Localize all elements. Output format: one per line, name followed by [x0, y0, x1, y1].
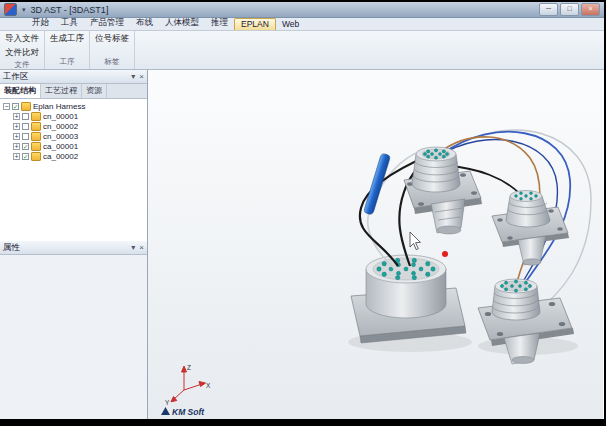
tree-children: + cn_00001 + cn_00002 +	[0, 111, 147, 161]
tab-process[interactable]: 工艺过程	[41, 84, 82, 98]
tree-row: + cn_00002	[0, 121, 147, 131]
check-glyph: ✓	[23, 143, 28, 150]
pin-icon[interactable]: ▾	[131, 71, 135, 83]
tree-row: + ✓ ca_00001	[0, 141, 147, 151]
close-icon[interactable]: ×	[139, 242, 144, 254]
folder-icon	[31, 142, 41, 151]
expand-icon[interactable]: +	[13, 153, 20, 160]
tab-human-model[interactable]: 人体模型	[159, 17, 205, 30]
tree-item-label[interactable]: ca_00002	[43, 152, 78, 161]
tab-assembly-structure[interactable]: 装配结构	[0, 84, 41, 98]
folder-icon	[31, 132, 41, 141]
tree-item-label[interactable]: cn_00003	[43, 132, 78, 141]
tree-root-row: − ✓ Eplan Harness	[0, 101, 147, 111]
workspace-panel-header: 工作区 ▾ ×	[0, 70, 147, 84]
quick-access-dropdown-icon[interactable]: ▾	[22, 4, 26, 15]
properties-panel: 属性 ▾ ×	[0, 241, 147, 419]
tab-routing[interactable]: 布线	[130, 17, 159, 30]
window-title: 3D AST - [3DAST1]	[31, 5, 109, 15]
app-window: ▾ 3D AST - [3DAST1] ─ □ × 开始 工具 产品管理 布线 …	[0, 2, 604, 419]
ribbon-group-caption-label: 标签	[93, 57, 131, 69]
workspace-tabs: 装配结构 工艺过程 资源	[0, 84, 147, 99]
properties-panel-header: 属性 ▾ ×	[0, 241, 147, 255]
import-file-button[interactable]: 导入文件	[3, 32, 41, 46]
expand-icon[interactable]: +	[13, 113, 20, 120]
maximize-button[interactable]: □	[560, 3, 579, 16]
ribbon: 导入文件 文件比对 文件 生成工序 工序 位号标签 标签	[0, 31, 604, 70]
ribbon-tab-bar: 开始 工具 产品管理 布线 人体模型 推理 EPLAN Web	[0, 18, 604, 31]
ribbon-group-process: 生成工序 工序	[45, 31, 90, 69]
3d-viewport-canvas[interactable]: Z X Y KM Soft	[148, 70, 603, 419]
assembly-tree: − ✓ Eplan Harness + cn_00001 +	[0, 99, 147, 241]
viewport: Z X Y KM Soft	[148, 70, 604, 419]
tree-root-label[interactable]: Eplan Harness	[33, 102, 85, 111]
tree-row: + ✓ ca_00002	[0, 151, 147, 161]
check-glyph: ✓	[23, 153, 28, 160]
tab-tools[interactable]: 工具	[55, 17, 84, 30]
file-compare-button[interactable]: 文件比对	[3, 46, 41, 60]
axis-z-label: Z	[187, 364, 191, 371]
tree-item-checkbox[interactable]	[22, 123, 29, 130]
tree-item-checkbox[interactable]: ✓	[22, 143, 29, 150]
axis-y-label: Y	[165, 399, 170, 406]
tree-item-checkbox[interactable]: ✓	[22, 153, 29, 160]
tree-item-label[interactable]: cn_00002	[43, 122, 78, 131]
app-icon[interactable]	[4, 3, 17, 16]
tree-item-checkbox[interactable]	[22, 113, 29, 120]
check-glyph: ✓	[13, 103, 18, 110]
main-area: 工作区 ▾ × 装配结构 工艺过程 资源 − ✓ Epl	[0, 70, 604, 419]
tab-eplan[interactable]: EPLAN	[234, 18, 276, 30]
tree-item-label[interactable]: ca_00001	[43, 142, 78, 151]
ribbon-group-file: 导入文件 文件比对 文件	[0, 31, 45, 69]
axis-x-label: X	[206, 382, 211, 389]
folder-icon	[31, 152, 41, 161]
ribbon-group-label: 位号标签 标签	[90, 31, 135, 69]
tab-start[interactable]: 开始	[26, 17, 55, 30]
tree-row: + cn_00003	[0, 131, 147, 141]
expand-icon[interactable]: +	[13, 143, 20, 150]
properties-body	[0, 255, 147, 419]
ribbon-group-caption-process: 工序	[48, 57, 86, 69]
close-button[interactable]: ×	[581, 3, 600, 16]
left-dock: 工作区 ▾ × 装配结构 工艺过程 资源 − ✓ Epl	[0, 70, 148, 419]
tree-item-checkbox[interactable]	[22, 133, 29, 140]
titlebar: ▾ 3D AST - [3DAST1] ─ □ ×	[0, 2, 604, 18]
expand-icon[interactable]: +	[13, 123, 20, 130]
tag-label-button[interactable]: 位号标签	[93, 32, 131, 46]
minimize-button[interactable]: ─	[539, 3, 558, 16]
tab-resources[interactable]: 资源	[82, 84, 107, 98]
tree-item-label[interactable]: cn_00001	[43, 112, 78, 121]
screen: ▾ 3D AST - [3DAST1] ─ □ × 开始 工具 产品管理 布线 …	[0, 0, 606, 426]
tab-product-management[interactable]: 产品管理	[84, 17, 130, 30]
tree-root-checkbox[interactable]: ✓	[12, 103, 19, 110]
properties-panel-title: 属性	[3, 242, 20, 254]
pin-icon[interactable]: ▾	[131, 242, 135, 254]
red-marker	[442, 251, 448, 257]
tree-row: + cn_00001	[0, 111, 147, 121]
collapse-icon[interactable]: −	[3, 103, 10, 110]
expand-icon[interactable]: +	[13, 133, 20, 140]
folder-icon	[31, 122, 41, 131]
close-icon[interactable]: ×	[139, 71, 144, 83]
workspace-panel-title: 工作区	[3, 71, 29, 83]
tab-web[interactable]: Web	[276, 19, 305, 30]
tab-inference[interactable]: 推理	[205, 17, 234, 30]
logo-text: KM Soft	[172, 407, 205, 417]
folder-icon	[31, 112, 41, 121]
folder-icon	[21, 102, 31, 111]
window-controls: ─ □ ×	[539, 3, 600, 16]
workspace-panel: 工作区 ▾ × 装配结构 工艺过程 资源 − ✓ Epl	[0, 70, 147, 241]
generate-process-button[interactable]: 生成工序	[48, 32, 86, 46]
